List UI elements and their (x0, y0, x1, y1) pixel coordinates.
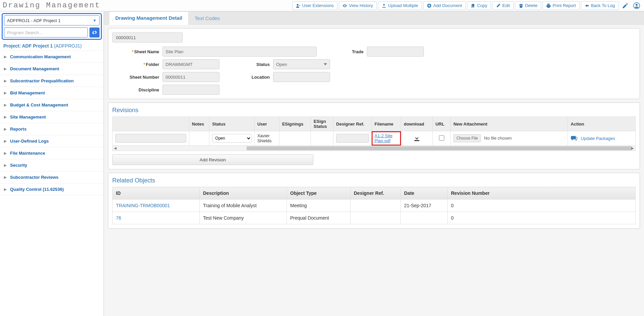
sidebar: ADFPROJ1 - ADF Project 1 ▼ Project: ADF … (0, 11, 104, 316)
chevron-right-icon: ▶ (4, 175, 7, 179)
label-folder: *Folder (112, 62, 159, 67)
nav-label: File Maintenance (10, 151, 45, 156)
label-location: Location (250, 75, 270, 80)
related-type: Prequal Document (287, 212, 350, 224)
upload-multiple-button[interactable]: Upload Multiple (378, 1, 422, 10)
project-select[interactable]: ADFPROJ1 - ADF Project 1 ▼ (4, 15, 100, 25)
nav-label: Budget & Cost Management (10, 102, 68, 107)
choose-file-button[interactable]: Choose File (453, 134, 481, 142)
th-ro-date: Date (401, 187, 448, 200)
nav-item-reports[interactable]: ▶Reports (0, 123, 104, 135)
cell-input-blank[interactable] (115, 134, 186, 143)
th-ro-id: ID (113, 187, 200, 200)
update-packages-link[interactable]: Update Packages (581, 136, 615, 141)
th-designer-ref: Designer Ref. (333, 117, 372, 131)
trash-icon (519, 3, 523, 8)
related-title: Related Objects (112, 177, 636, 184)
label-discipline: Discipline (112, 87, 159, 92)
program-search-input[interactable] (4, 27, 88, 37)
nav-label: Security (10, 163, 27, 168)
related-desc: Training of Mobile Analyst (200, 200, 287, 212)
profile-icon[interactable] (632, 1, 641, 10)
view-history-button[interactable]: View History (339, 1, 377, 10)
tab-textcodes[interactable]: Text Codes (189, 12, 226, 24)
nav-label: Reports (10, 127, 26, 132)
arrow-left-icon (585, 3, 589, 8)
th-esign-status: ESign Status (311, 117, 333, 131)
select-status[interactable]: Open (273, 59, 330, 69)
edit-button[interactable]: Edit (492, 1, 513, 10)
input-location[interactable] (273, 72, 330, 82)
nav-item-document[interactable]: ▶Document Management (0, 63, 104, 75)
topbar: Drawing Management User Extensions View … (0, 0, 644, 11)
nav-item-userlogs[interactable]: ▶User-Defined Logs (0, 135, 104, 147)
copy-icon (471, 3, 475, 8)
nav-item-budget[interactable]: ▶Budget & Cost Management (0, 99, 104, 111)
th-action: Action (568, 117, 636, 131)
print-report-label: Print Report (553, 3, 576, 8)
url-checkbox[interactable] (439, 135, 444, 141)
related-row: 76 Test New Company Prequal Document 0 (113, 212, 636, 224)
search-settings-button[interactable] (89, 27, 100, 37)
main: Drawing Management Detail Text Codes *Sh… (104, 11, 644, 316)
comments-icon[interactable] (571, 135, 577, 141)
th-filename: Filename (372, 117, 401, 131)
related-dref (350, 212, 401, 224)
cell-user: Xavier Shields (254, 131, 279, 146)
user-extensions-button[interactable]: User Extensions (292, 1, 338, 10)
cell-filename: A1-2 Site Plan.pdf (372, 131, 401, 146)
add-revision-button[interactable]: Add Revision (112, 154, 313, 165)
th-ro-dref: Designer Ref. (350, 187, 401, 200)
chevron-down-icon: ▼ (93, 18, 96, 22)
table-scrollbar[interactable]: ◀▶ (112, 146, 636, 151)
record-id-field[interactable] (112, 32, 183, 43)
nav-item-communication[interactable]: ▶Communication Management (0, 51, 104, 63)
chevron-right-icon: ▶ (4, 163, 7, 167)
copy-label: Copy (477, 3, 487, 8)
related-rev: 0 (448, 200, 636, 212)
input-discipline[interactable] (163, 85, 219, 95)
th-ro-desc: Description (200, 187, 287, 200)
download-button[interactable] (404, 135, 430, 142)
add-document-label: Add Document (433, 3, 462, 8)
nav-label: Quality Control (11.62536) (10, 187, 64, 192)
print-report-button[interactable]: Print Report (542, 1, 579, 10)
input-trade[interactable] (367, 47, 424, 57)
chevron-right-icon: ▶ (4, 187, 7, 191)
input-sheet-name[interactable] (163, 47, 317, 57)
external-edit-icon[interactable] (621, 1, 630, 10)
th-ro-type: Object Type (287, 187, 350, 200)
related-row: TRAINING-TRMOB00001 Training of Mobile A… (113, 200, 636, 212)
th-esignings: ESignings (279, 117, 311, 131)
eye-icon (342, 3, 347, 8)
cell-status-select[interactable]: Open (212, 134, 252, 143)
nav-item-bid[interactable]: ▶Bid Management (0, 87, 104, 99)
th-blank (113, 117, 189, 131)
cell-designer-ref[interactable] (336, 134, 369, 143)
add-document-button[interactable]: Add Document (423, 1, 466, 10)
related-id-link[interactable]: TRAINING-TRMOB00001 (116, 203, 170, 208)
chevron-right-icon: ▶ (4, 127, 7, 131)
th-new-attachment: New Attachment (451, 117, 568, 131)
nav-item-quality[interactable]: ▶Quality Control (11.62536) (0, 183, 104, 195)
back-to-log-label: Back To Log (591, 3, 615, 8)
chevron-right-icon: ▶ (4, 91, 7, 95)
input-folder[interactable] (163, 59, 219, 69)
upload-multiple-label: Upload Multiple (388, 3, 418, 8)
related-id-link[interactable]: 76 (116, 215, 121, 221)
back-to-log-button[interactable]: Back To Log (581, 1, 619, 10)
delete-button[interactable]: Delete (515, 1, 541, 10)
plus-circle-icon (427, 3, 432, 8)
nav-item-filemaint[interactable]: ▶File Maintenance (0, 147, 104, 159)
nav-item-site[interactable]: ▶Site Management (0, 111, 104, 123)
nav-item-security[interactable]: ▶Security (0, 159, 104, 171)
filename-link[interactable]: A1-2 Site Plan.pdf (375, 133, 398, 143)
input-sheet-number[interactable] (163, 72, 219, 82)
nav-item-subcontractor-prequal[interactable]: ▶Subcontractor Prequalification (0, 75, 104, 87)
related-type: Meeting (287, 200, 350, 212)
nav-item-subreviews[interactable]: ▶Subcontractor Reviews (0, 171, 104, 183)
app-title: Drawing Management (3, 1, 101, 10)
tab-detail[interactable]: Drawing Management Detail (109, 11, 189, 25)
copy-button[interactable]: Copy (467, 1, 491, 10)
related-date (401, 212, 448, 224)
